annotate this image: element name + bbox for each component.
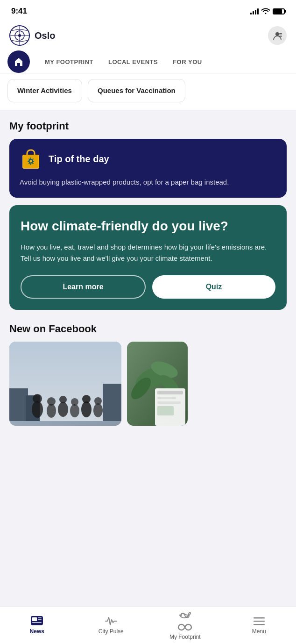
news-icon (31, 616, 43, 626)
city-title: Oslo (35, 30, 55, 41)
my-footprint-tab[interactable]: MY FOOTPRINT (37, 52, 101, 72)
quiz-button[interactable]: Quiz (152, 275, 275, 299)
tip-text: Avoid buying plastic-wrapped products, o… (20, 177, 276, 188)
svg-point-27 (82, 395, 91, 403)
card-winter-activities[interactable]: Winter Activities (7, 79, 82, 102)
nav-tabs: MY FOOTPRINT LOCAL EVENTS FOR YOU (0, 50, 296, 73)
svg-rect-6 (279, 33, 282, 34)
shopping-bag-icon (20, 148, 42, 171)
battery-icon (273, 8, 285, 14)
climate-text: How you live, eat, travel and shop deter… (21, 242, 275, 264)
card-vaccination[interactable]: Queues for Vaccination (88, 79, 185, 102)
bottom-nav-menu[interactable]: Menu (222, 612, 296, 635)
svg-rect-39 (157, 406, 174, 415)
svg-point-21 (47, 397, 56, 406)
oslo-logo (9, 25, 30, 46)
local-events-tab[interactable]: LOCAL EVENTS (101, 52, 165, 72)
news-label: News (30, 628, 44, 635)
bottom-nav-news[interactable]: News (0, 612, 74, 635)
svg-point-18 (32, 401, 43, 418)
svg-point-19 (33, 394, 42, 403)
svg-point-28 (93, 403, 103, 417)
facebook-cards-strip (0, 342, 296, 426)
svg-rect-42 (38, 617, 42, 618)
svg-rect-15 (9, 388, 28, 421)
svg-point-25 (71, 398, 78, 406)
facebook-section: New on Facebook (0, 321, 296, 426)
svg-rect-38 (157, 401, 181, 404)
svg-point-29 (94, 397, 102, 405)
svg-point-20 (47, 404, 56, 418)
climate-card: How climate-friendly do you live? How yo… (9, 205, 287, 310)
infinity-icon (177, 623, 192, 632)
tip-card: Tip of the day Avoid buying plastic-wrap… (9, 139, 287, 198)
bottom-nav-city-pulse[interactable]: City Pulse (74, 612, 148, 635)
svg-rect-47 (254, 624, 265, 625)
climate-heading: How climate-friendly do you live? (21, 218, 275, 234)
svg-rect-37 (157, 397, 176, 399)
profile-button[interactable] (268, 26, 287, 45)
svg-point-22 (58, 402, 68, 417)
bottom-nav-my-footprint[interactable]: My Footprint (148, 607, 222, 640)
tip-title: Tip of the day (49, 154, 109, 165)
bottom-nav: News City Pulse My Footprint Menu (0, 607, 296, 644)
magazine-image (127, 342, 188, 426)
cards-strip: Winter Activities Queues for Vaccination (0, 73, 296, 110)
pulse-icon (105, 616, 117, 626)
header: Oslo (0, 21, 296, 50)
crowd-image (9, 342, 121, 421)
facebook-card-1[interactable] (9, 342, 121, 426)
status-bar: 9:41 (0, 0, 296, 21)
status-icons (250, 7, 285, 15)
svg-rect-45 (254, 617, 265, 619)
status-time: 9:41 (11, 7, 27, 16)
svg-point-24 (70, 404, 79, 417)
menu-icon (253, 616, 265, 626)
svg-rect-44 (32, 622, 42, 623)
svg-point-5 (275, 32, 279, 36)
city-pulse-label: City Pulse (99, 628, 124, 635)
tip-header: Tip of the day (20, 148, 276, 171)
footprint-icon (179, 610, 191, 621)
facebook-card-2[interactable] (127, 342, 188, 426)
wifi-icon (261, 7, 270, 15)
section-title-footprint: My footprint (0, 110, 296, 139)
svg-rect-17 (103, 384, 121, 421)
svg-rect-8 (279, 36, 282, 37)
svg-point-13 (30, 160, 32, 162)
climate-buttons: Learn more Quiz (21, 275, 275, 299)
home-tab[interactable] (7, 50, 30, 73)
svg-point-23 (59, 396, 67, 403)
menu-label: Menu (252, 628, 266, 635)
home-icon (14, 57, 24, 67)
my-footprint-label: My Footprint (169, 634, 201, 640)
my-footprint-section: My footprint Tip of the day Avoid buying… (0, 110, 296, 310)
svg-rect-43 (38, 619, 42, 620)
facebook-title: New on Facebook (0, 321, 296, 342)
svg-rect-7 (279, 35, 282, 36)
svg-rect-36 (157, 391, 183, 394)
svg-rect-46 (254, 621, 265, 622)
for-you-tab[interactable]: FOR YOU (165, 52, 210, 72)
signal-icon (250, 8, 259, 14)
header-left: Oslo (9, 25, 55, 46)
svg-point-26 (81, 401, 92, 417)
learn-more-button[interactable]: Learn more (21, 275, 146, 299)
profile-icon (272, 30, 282, 41)
svg-rect-41 (32, 617, 37, 621)
